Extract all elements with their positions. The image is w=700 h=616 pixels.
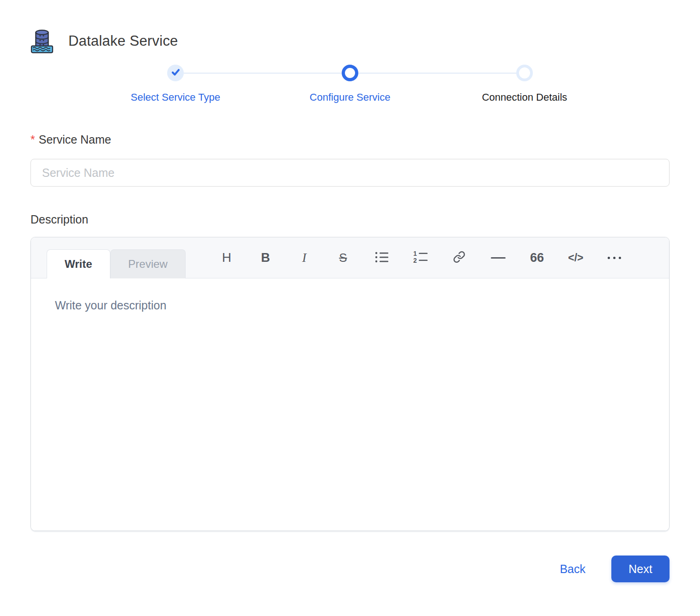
quote-icon: 66 (530, 252, 544, 264)
horizontal-rule-button[interactable] (490, 248, 506, 268)
strikethrough-button[interactable]: S (335, 248, 351, 268)
link-icon (453, 251, 465, 265)
service-name-label: *Service Name (30, 133, 670, 146)
step-connector (358, 72, 516, 74)
quote-button[interactable]: 66 (529, 248, 545, 268)
editor-header: Write Preview H B I S (31, 237, 669, 278)
service-name-label-text: Service Name (39, 133, 111, 146)
bold-button[interactable]: B (258, 248, 273, 268)
svg-text:2: 2 (413, 257, 417, 264)
more-options-button[interactable] (607, 248, 622, 268)
datalake-icon (30, 29, 54, 54)
required-marker: * (30, 133, 35, 146)
bullet-list-icon (375, 251, 389, 265)
wizard-footer: Back Next (30, 556, 670, 582)
service-name-input[interactable] (30, 159, 670, 187)
horizontal-rule-icon (491, 257, 506, 259)
tab-write[interactable]: Write (47, 249, 110, 278)
more-options-icon (608, 257, 621, 259)
step-connector (184, 72, 342, 74)
code-icon: </> (568, 253, 583, 263)
next-button[interactable]: Next (611, 556, 670, 582)
heading-button[interactable]: H (219, 248, 235, 268)
tab-preview[interactable]: Preview (110, 249, 186, 278)
description-placeholder: Write your description (55, 299, 645, 312)
ordered-list-button[interactable]: 1 2 (413, 248, 428, 268)
step-label-configure-service: Configure Service (263, 91, 437, 103)
step-label-select-service-type: Select Service Type (88, 91, 263, 103)
bullet-list-button[interactable] (374, 248, 390, 268)
step-indicator-configure-service (342, 65, 358, 81)
italic-button[interactable]: I (296, 248, 312, 268)
code-button[interactable]: </> (568, 248, 584, 268)
step-label-connection-details: Connection Details (437, 91, 612, 103)
bold-icon: B (261, 252, 270, 264)
add-service-wizard-page: Datalake Service Select Service Type (0, 0, 700, 616)
wizard-stepper: Select Service Type Configure Service Co… (88, 65, 612, 103)
description-label: Description (30, 213, 670, 226)
description-editor: Write Preview H B I S (30, 237, 670, 531)
stepper-track (88, 65, 612, 81)
step-indicator-select-service-type (167, 65, 184, 81)
editor-tabs: Write Preview (47, 249, 186, 278)
heading-icon: H (222, 251, 231, 264)
step-indicator-connection-details (516, 65, 533, 81)
strikethrough-icon: S (339, 252, 347, 264)
page-header: Datalake Service (30, 0, 670, 54)
wizard-content: Datalake Service Select Service Type (0, 0, 700, 582)
page-title: Datalake Service (68, 33, 178, 49)
italic-icon: I (302, 251, 306, 264)
check-icon (171, 68, 180, 78)
editor-toolbar: H B I S (219, 237, 622, 278)
back-button[interactable]: Back (555, 560, 590, 579)
stepper-labels: Select Service Type Configure Service Co… (88, 91, 612, 103)
link-button[interactable] (452, 248, 467, 268)
description-input-area[interactable]: Write your description (31, 278, 669, 531)
ordered-list-icon: 1 2 (413, 251, 428, 265)
svg-text:1: 1 (413, 251, 417, 257)
